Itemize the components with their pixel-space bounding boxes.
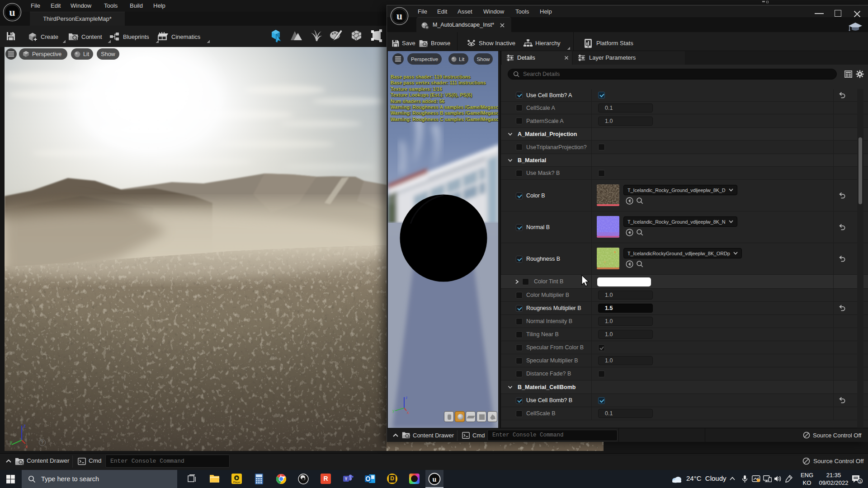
svg-text:y: y [392,408,395,413]
svg-text:5: 5 [859,479,861,483]
svg-text:y: y [10,440,12,445]
svg-text:z: z [24,423,26,428]
svg-text:T: T [345,477,348,481]
svg-text:u: u [433,475,437,483]
svg-text:x: x [25,444,28,449]
svg-text:z: z [406,395,408,400]
svg-text:u: u [396,10,402,22]
svg-text:u: u [9,6,15,18]
svg-text:x: x [407,410,409,414]
